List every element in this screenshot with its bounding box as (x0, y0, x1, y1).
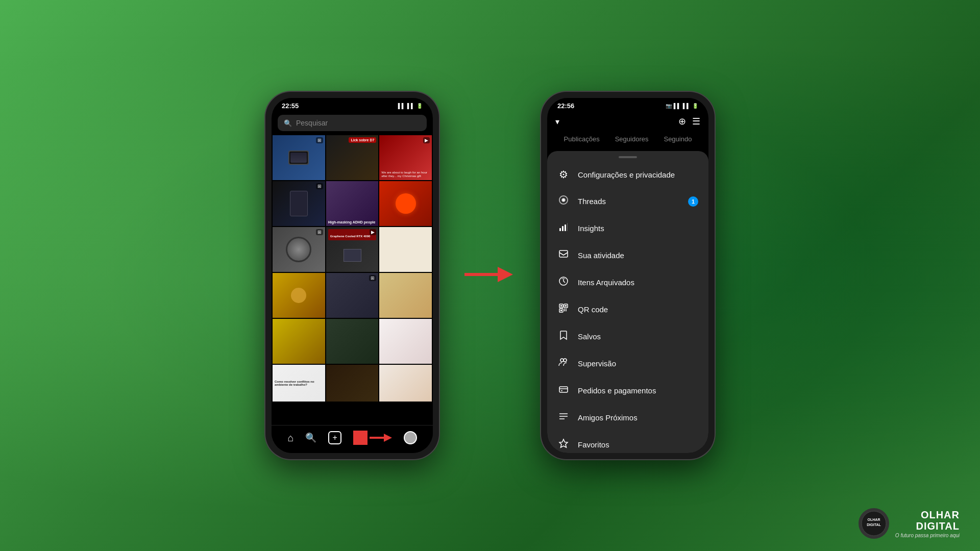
svg-rect-21 (566, 310, 567, 311)
menu-item-threads[interactable]: Threads 1 (547, 188, 708, 215)
svg-rect-10 (559, 251, 568, 257)
activity-icon (557, 249, 570, 262)
profile-avatar-nav[interactable] (404, 431, 417, 444)
archived-icon (557, 276, 570, 289)
qrcode-icon (557, 303, 570, 316)
watermark-logo: OLHAR DIGITAL (859, 508, 889, 539)
svg-point-22 (560, 359, 564, 362)
grid-cell-13[interactable] (273, 319, 325, 364)
svg-rect-8 (565, 224, 566, 231)
close-friends-icon (557, 411, 570, 424)
menu-item-insights-label: Insights (578, 224, 698, 233)
tab-seguidores[interactable]: Seguidores (615, 135, 649, 145)
grid-cell-16[interactable]: Como resolver conflitos no ambiente de t… (273, 365, 325, 402)
settings-menu-list: ⚙ Configurações e privacidade Threads 1 (547, 161, 708, 453)
grid-cell-3[interactable]: We are about to laugh for an hour after … (379, 135, 432, 180)
grid-cell-2[interactable]: Lick sobre D7 (326, 135, 379, 180)
menu-item-payments[interactable]: Pedidos e pagamentos (547, 377, 708, 404)
grid-row-5 (273, 319, 432, 364)
payments-icon (557, 384, 570, 397)
svg-rect-26 (561, 390, 562, 391)
supervision-icon (557, 357, 570, 370)
saved-icon (557, 330, 570, 343)
bottom-sheet-menu: ⚙ Configurações e privacidade Threads 1 (547, 151, 708, 453)
menu-item-archived-label: Itens Arquivados (578, 278, 698, 287)
search-placeholder-text: Pesquisar (296, 119, 328, 127)
profile-tabs: Publicações Seguidores Seguindo (547, 131, 708, 151)
search-bar[interactable]: 🔍 Pesquisar (278, 115, 427, 131)
watermark: OLHAR DIGITAL OLHAR DIGITAL O futuro pas… (859, 508, 960, 539)
menu-item-archived[interactable]: Itens Arquivados (547, 269, 708, 296)
bottom-right-arrow (370, 432, 392, 444)
svg-rect-7 (562, 226, 564, 231)
cell-badge-1: ⊞ (316, 137, 323, 143)
grid-row-1: ⊞ Lick sobre D7 We are about to laugh fo… (273, 135, 432, 180)
menu-item-insights[interactable]: Insights (547, 215, 708, 242)
grid-cell-1[interactable]: ⊞ (273, 135, 325, 180)
threads-badge: 1 (688, 196, 698, 207)
menu-item-saved[interactable]: Salvos (547, 323, 708, 350)
watermark-name-line1: OLHAR (921, 509, 960, 520)
status-icons-1: ▌▌ ▌▌ 🔋 (398, 103, 423, 109)
threads-icon (557, 195, 570, 208)
header-action-icons: ⊕ ☰ (678, 116, 700, 127)
svg-rect-9 (567, 223, 568, 231)
menu-item-supervision[interactable]: Supervisão (547, 350, 708, 377)
grid-cell-14[interactable] (326, 319, 379, 364)
search-nav-icon[interactable]: 🔍 (305, 432, 316, 443)
grid-cell-5[interactable]: High-masking ADHD people (326, 181, 379, 226)
phone-1: 22:55 ▌▌ ▌▌ 🔋 🔍 Pesquisar (265, 92, 439, 459)
grid-cell-18[interactable] (379, 365, 432, 402)
bottom-nav: ⌂ 🔍 + (272, 425, 433, 453)
grid-cell-10[interactable] (273, 273, 325, 318)
grid-cell-9[interactable] (379, 227, 432, 272)
grid-cell-11[interactable]: ⊞ (326, 273, 379, 318)
cell-badge-8: ▶ (370, 229, 376, 235)
svg-text:OLHAR: OLHAR (867, 518, 880, 521)
grid-cell-7[interactable]: ⊞ (273, 227, 325, 272)
watermark-name-line2: DIGITAL (916, 520, 960, 532)
add-nav-button[interactable]: + (328, 431, 341, 444)
grid-cell-12[interactable] (379, 273, 432, 318)
menu-item-settings-label: Configurações e privacidade (578, 170, 698, 179)
svg-marker-2 (384, 434, 392, 442)
tab-seguindo[interactable]: Seguindo (664, 135, 692, 145)
chevron-down-icon[interactable]: ▾ (555, 117, 559, 127)
svg-point-0 (354, 431, 367, 444)
menu-item-favorites[interactable]: Favoritos (547, 431, 708, 453)
grid-cell-15[interactable] (379, 319, 432, 364)
settings-icon: ⚙ (557, 168, 570, 181)
swipe-indicator (353, 431, 368, 445)
insights-icon (557, 222, 570, 235)
menu-item-supervision-label: Supervisão (578, 359, 698, 368)
menu-item-qrcode[interactable]: QR code (547, 296, 708, 323)
search-icon: 🔍 (284, 119, 292, 127)
tab-publicacoes[interactable]: Publicações (564, 135, 600, 145)
grid-row-6: Como resolver conflitos no ambiente de t… (273, 365, 432, 402)
menu-item-settings[interactable]: ⚙ Configurações e privacidade (547, 161, 708, 188)
status-bar-2: 22:56 📷 ▌▌ ▌▌ 🔋 (547, 98, 708, 112)
add-post-icon[interactable]: ⊕ (678, 116, 686, 127)
home-nav-icon[interactable]: ⌂ (287, 432, 293, 444)
favorites-icon (557, 438, 570, 451)
menu-hamburger-icon[interactable]: ☰ (692, 116, 700, 127)
cell-badge-2: Lick sobre D7 (349, 137, 376, 143)
menu-header: ▾ ⊕ ☰ (547, 112, 708, 131)
svg-marker-30 (559, 439, 568, 447)
svg-text:DIGITAL: DIGITAL (867, 523, 881, 527)
grid-cell-6[interactable] (379, 181, 432, 226)
menu-item-close-friends[interactable]: Amigos Próximos (547, 404, 708, 431)
time-1: 22:55 (282, 102, 299, 110)
grid-cell-17[interactable] (326, 365, 379, 402)
cell-badge-4: ⊞ (316, 183, 323, 189)
menu-item-activity[interactable]: Sua atividade (547, 242, 708, 269)
grid-cell-4[interactable]: ⊞ (273, 181, 325, 226)
grid-cell-8[interactable]: Graphene Cooled RTX 4090 ▶ (326, 227, 379, 272)
watermark-text: OLHAR DIGITAL O futuro passa primeiro aq… (895, 509, 960, 538)
svg-rect-6 (559, 228, 561, 231)
cell-badge-11: ⊞ (369, 275, 376, 281)
menu-item-close-friends-label: Amigos Próximos (578, 413, 698, 422)
svg-rect-20 (564, 310, 565, 311)
svg-rect-16 (565, 305, 567, 307)
svg-marker-4 (498, 267, 513, 282)
